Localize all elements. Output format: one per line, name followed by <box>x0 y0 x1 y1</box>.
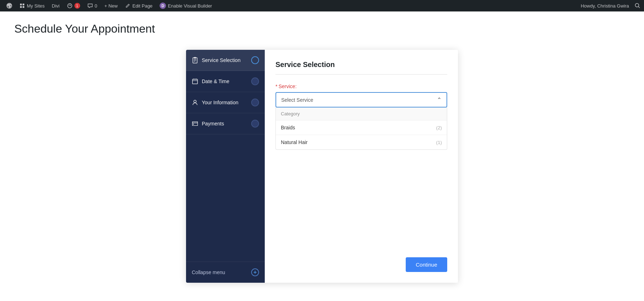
natural-hair-count: (1) <box>436 140 442 145</box>
svg-rect-12 <box>194 57 196 58</box>
step-indicator-payments <box>251 120 259 128</box>
sidebar-item-left-info: Your Information <box>192 99 238 106</box>
page-title: Schedule Your Appointment <box>14 22 630 35</box>
wordpress-logo-item[interactable] <box>3 0 16 11</box>
admin-bar-right: Howdy, Christina Gwira <box>577 2 641 9</box>
service-field: * Service: Select Service ⌃ Category Bra… <box>275 83 447 150</box>
svg-rect-18 <box>192 122 198 126</box>
sidebar-item-left-date: Date & Time <box>192 78 229 85</box>
my-sites-icon <box>19 3 25 9</box>
calendar-icon <box>192 78 198 85</box>
collapse-menu-label: Collapse menu <box>192 269 225 275</box>
sidebar-item-your-information[interactable]: Your Information <box>186 92 265 113</box>
continue-button[interactable]: Continue <box>406 257 447 272</box>
section-title: Service Selection <box>275 61 447 75</box>
required-star: * <box>275 83 277 89</box>
appointment-container: Service Selection Date & Time <box>186 50 458 283</box>
comments-icon <box>87 3 93 9</box>
service-label: * Service: <box>275 83 447 89</box>
user-greeting[interactable]: Howdy, Christina Gwira <box>577 3 633 9</box>
clipboard-icon <box>192 57 198 63</box>
svg-rect-2 <box>23 4 24 5</box>
search-icon[interactable] <box>634 2 641 9</box>
card-icon <box>192 120 198 127</box>
collapse-menu[interactable]: Collapse menu + <box>186 262 265 283</box>
svg-point-17 <box>194 100 196 103</box>
step-indicator-date <box>251 77 259 85</box>
edit-page-label: Edit Page <box>132 3 152 9</box>
main-content: Service Selection * Service: Select Serv… <box>265 50 458 283</box>
edit-page-item[interactable]: Edit Page <box>121 0 156 11</box>
updates-count: 1 <box>74 3 80 9</box>
select-service-placeholder: Select Service <box>281 97 313 103</box>
step-indicator-info <box>251 99 259 106</box>
divi-label: Divi <box>52 3 60 9</box>
svg-rect-20 <box>193 124 194 125</box>
svg-point-6 <box>635 4 639 7</box>
dropdown-category-label: Category <box>276 108 447 120</box>
edit-icon <box>125 3 131 9</box>
new-item[interactable]: + New <box>101 0 121 11</box>
svg-rect-1 <box>20 4 22 5</box>
your-information-label: Your Information <box>202 100 238 105</box>
svg-rect-13 <box>192 79 197 84</box>
footer-actions: Continue <box>275 250 447 272</box>
visual-builder-item[interactable]: D Enable Visual Builder <box>156 0 215 11</box>
svg-point-5 <box>68 4 72 8</box>
wordpress-icon <box>6 3 12 9</box>
dropdown-item-braids[interactable]: Braids (2) <box>276 120 447 135</box>
dropdown-item-natural-hair[interactable]: Natural Hair (1) <box>276 135 447 149</box>
divi-d-badge: D <box>160 3 166 9</box>
step-indicator-service <box>251 56 259 64</box>
svg-rect-3 <box>20 6 22 8</box>
new-label: + New <box>104 3 118 9</box>
updates-icon <box>67 3 73 9</box>
chevron-up-icon: ⌃ <box>437 96 441 103</box>
person-icon <box>192 99 198 106</box>
comments-count: 0 <box>95 3 97 9</box>
payments-label: Payments <box>202 121 224 126</box>
sidebar-item-payments[interactable]: Payments <box>186 113 265 134</box>
braids-label: Braids <box>281 125 295 130</box>
comments-item[interactable]: 0 <box>84 0 101 11</box>
page-content: Schedule Your Appointment Service Select… <box>0 11 644 301</box>
service-select-box[interactable]: Select Service ⌃ <box>275 92 447 108</box>
sidebar-item-left-service: Service Selection <box>192 57 240 63</box>
sidebar-item-service-selection[interactable]: Service Selection <box>186 50 265 71</box>
visual-builder-label: Enable Visual Builder <box>168 3 212 9</box>
date-time-label: Date & Time <box>202 78 229 84</box>
divi-item[interactable]: Divi <box>48 0 63 11</box>
admin-bar: My Sites Divi 1 0 + New Edit Page D Enab… <box>0 0 644 11</box>
sidebar-item-left-payments: Payments <box>192 120 224 127</box>
svg-line-7 <box>639 7 640 8</box>
natural-hair-label: Natural Hair <box>281 139 308 145</box>
braids-count: (2) <box>436 125 442 130</box>
my-sites-item[interactable]: My Sites <box>16 0 48 11</box>
updates-item[interactable]: 1 <box>63 0 84 11</box>
sidebar: Service Selection Date & Time <box>186 50 265 283</box>
service-dropdown-menu: Category Braids (2) Natural Hair (1) <box>275 108 447 150</box>
my-sites-label: My Sites <box>27 3 45 9</box>
service-selection-label: Service Selection <box>202 57 240 63</box>
sidebar-item-date-time[interactable]: Date & Time <box>186 71 265 92</box>
service-select-wrapper: Select Service ⌃ Category Braids (2) Nat… <box>275 92 447 150</box>
svg-rect-4 <box>23 6 24 8</box>
collapse-icon: + <box>251 268 259 276</box>
